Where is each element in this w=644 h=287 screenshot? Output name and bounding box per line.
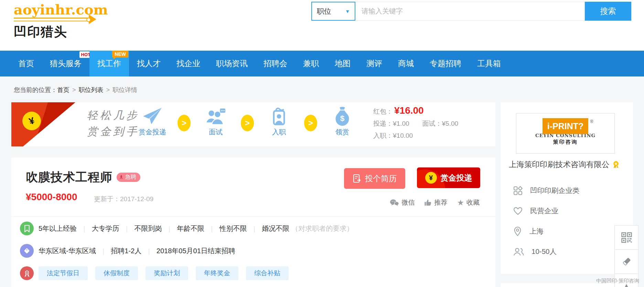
company-logo[interactable]: i-PRINT? ® CEYIN CONSULTING 策印咨询 [516,113,615,154]
company-details: 凹印印刷企业类 民营企业 上海 10-50人 [513,184,580,258]
svg-text:$: $ [340,114,345,123]
qr-code-icon [621,232,632,243]
new-badge: NEW [112,51,128,58]
nav-item-job-fair[interactable]: 招聘会 [256,51,295,76]
logo-arrow-icon [14,18,89,21]
step-arrow-icon: > [241,115,254,131]
step-interview[interactable]: 面试 [199,106,232,137]
location-pin-icon [513,226,522,236]
share-row: 微信 推荐 ★ 收藏 [390,198,480,207]
location-row: 华东区域-华东区域｜招聘1-2人｜2018年05月01日结束招聘 [20,244,235,258]
header: aoyinhr.com 凹印猎头 职位 ▼ 搜索 [0,0,644,51]
search-button[interactable]: 搜索 [585,2,631,21]
heart-icon [513,207,523,215]
thumb-up-icon [424,199,432,206]
company-name[interactable]: 上海策印印刷技术咨询有限公 [509,159,610,170]
nav-item-find-company[interactable]: 找企业 [169,51,208,76]
star-icon: ★ [457,199,464,207]
company-size-row: 10-50人 [513,245,580,258]
nav-item-headhunting[interactable]: 猎头服务 HOT [42,51,89,76]
bounty-banner: ¥ 轻松几步赏金到手 赏金投递 > 面试 > 入职 [11,102,495,146]
breadcrumb-job-list[interactable]: 职位列表 [79,86,104,93]
iprint-logo-text: i-PRINT? [543,118,589,134]
nav-item-assessment[interactable]: 测评 [358,51,390,76]
welfare-tag[interactable]: 休假制度 [95,266,138,280]
nav-item-mall[interactable]: 商城 [390,51,422,76]
breadcrumb-home[interactable]: 首页 [57,86,69,93]
welfare-row: 法定节假日 休假制度 奖励计划 年终奖金 综合补贴 [20,266,289,280]
nav-item-find-talent[interactable]: 找人才 [129,51,169,76]
interview-people-icon [206,106,225,126]
search-category-select[interactable]: 职位 ▼ [311,2,355,21]
yuan-coin-icon: ¥ [425,172,437,184]
bookmark-icon [20,222,34,235]
step-collect-reward[interactable]: $ 领赏 [326,106,359,137]
recommend-share[interactable]: 推荐 [424,198,447,207]
breadcrumb-separator: > [72,86,76,93]
watermark-text: 中国凹印-策印咨询 [596,278,639,284]
search-input[interactable] [355,2,585,21]
nav-item-toolbox[interactable]: 工具箱 [469,51,509,76]
breadcrumb-prefix: 您当前的位置： [14,86,57,93]
company-category-row: 凹印印刷企业类 [513,184,580,197]
category-icon [513,186,523,195]
step-arrow-icon: > [178,115,191,131]
nav-item-home[interactable]: 首页 [10,51,42,76]
step-arrow-icon: > [304,115,317,131]
breadcrumb-current: 职位详情 [112,86,137,93]
breadcrumb-separator: > [106,86,110,93]
welfare-tag[interactable]: 法定节假日 [39,266,88,280]
job-updated-date: 更新于：2017-12-09 [94,195,153,204]
apply-resume-button[interactable]: 投个简历 [344,168,405,189]
nav-item-part-time[interactable]: 兼职 [295,51,327,76]
id-badge-icon [270,106,288,126]
company-type-row: 民营企业 [513,205,580,217]
wechat-share[interactable]: 微信 [390,198,415,207]
chevron-down-icon: ▼ [345,9,350,14]
people-icon [513,247,524,256]
red-ribbon: ¥ [11,102,84,146]
paper-plane-icon [142,106,162,126]
site-logo[interactable]: aoyinhr.com 凹印猎头 [14,2,108,41]
reward-amounts: 红包：¥16.00 投递：¥1.00 面试：¥5.00 入职：¥10.00 [373,105,490,140]
tag-icon [20,244,34,258]
nav-item-career-news[interactable]: 职场资讯 [208,51,256,76]
medal-icon [20,266,34,280]
qr-code-button[interactable] [614,225,638,250]
welfare-tag[interactable]: 综合补贴 [246,266,289,280]
requirements-row: 5年以上经验｜大专学历｜不限到岗｜年龄不限｜性别不限｜婚况不限（对求职者的要求） [20,222,353,235]
step-onboard[interactable]: 入职 [262,106,296,137]
welfare-tag[interactable]: 奖励计划 [146,266,188,280]
main-nav: 首页 猎头服务 HOT 找工作 NEW 找人才 找企业 职场资讯 招聘会 兼职 … [0,51,644,76]
breadcrumb: 您当前的位置：首页>职位列表>职位详情 [14,86,137,94]
eraser-pencil-icon [621,257,632,267]
company-location-row: 上海 [513,225,580,237]
urgent-badge: 急聘 [117,173,140,182]
banner-slogan: 轻松几步赏金到手 [87,107,139,140]
nav-item-map[interactable]: 地图 [327,51,358,76]
company-logo-cn: 策印咨询 [553,139,578,145]
money-bag-icon: $ [334,106,351,126]
nav-item-special-recruit[interactable]: 专题招聘 [422,51,469,76]
feedback-button[interactable] [614,249,638,274]
favorite-share[interactable]: ★ 收藏 [457,198,480,207]
logo-chinese-name: 凹印猎头 [14,23,108,41]
company-card: i-PRINT? ® CEYIN CONSULTING 策印咨询 上海策印印刷技… [501,102,633,274]
redpacket-amount: ¥16.00 [394,105,424,116]
registered-mark: ® [590,119,593,124]
bounty-steps: 赏金投递 > 面试 > 入职 > $ 领赏 [136,106,359,137]
wechat-icon [390,199,399,207]
job-title: 吹膜技术工程师 [26,169,112,185]
coin-icon: ¥ [20,109,43,133]
nav-item-find-job[interactable]: 找工作 NEW [89,51,129,76]
divider [11,216,495,217]
redpacket-line: 红包：¥16.00 [373,105,490,116]
bounty-apply-button[interactable]: ¥ 赏金投递 [417,167,480,188]
requirements-note: （对求职者的要求） [291,225,353,232]
job-detail-card: 吹膜技术工程师 急聘 ¥5000-8000 更新于：2017-12-09 投个简… [11,157,495,287]
step-bounty-apply[interactable]: 赏金投递 [136,106,169,137]
search-category-value: 职位 [317,7,331,16]
gold-medal-icon [612,161,620,169]
onboard-line: 入职：¥10.00 [373,131,490,140]
welfare-tag[interactable]: 年终奖金 [196,266,238,280]
